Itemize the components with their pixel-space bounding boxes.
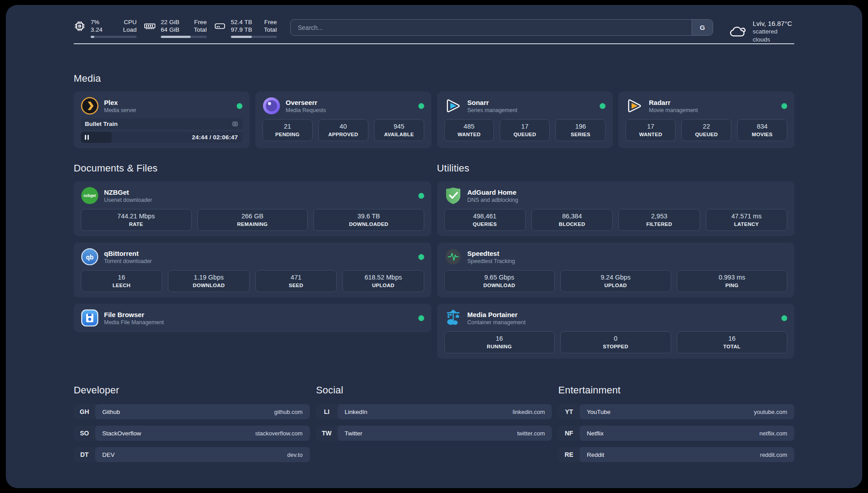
link-abbr: NF	[558, 426, 580, 441]
card-radarr[interactable]: Radarr Movie management 17WANTED 22QUEUE…	[618, 92, 794, 148]
stat-tile: 471SEED	[255, 270, 337, 292]
app-subtitle: Torrent downloader	[104, 258, 152, 265]
speedtest-logo-icon	[444, 248, 462, 266]
memory-label-top: Free	[194, 18, 207, 26]
app-subtitle: Speedtest Tracking	[467, 258, 515, 265]
stat-tile: 16RUNNING	[444, 331, 555, 353]
section-entertainment: Entertainment YT YouTubeyoutube.com NF N…	[558, 384, 794, 462]
link-github[interactable]: GH Githubgithub.com	[74, 404, 310, 419]
link-netflix[interactable]: NF Netflixnetflix.com	[558, 426, 794, 441]
stat-tile: 17QUEUED	[500, 119, 550, 141]
card-media-portainer[interactable]: Media Portainer Container management 16R…	[437, 304, 795, 359]
card-qbittorrent[interactable]: qb qBittorrent Torrent downloader 16LEEC…	[74, 242, 431, 297]
weather-location: Lviv, 16.87°C	[753, 19, 794, 28]
link-url: reddit.com	[760, 451, 787, 458]
cpu-load: 3.24	[91, 26, 103, 33]
link-abbr: GH	[74, 404, 95, 419]
app-name: NZBGet	[104, 188, 152, 196]
qbittorrent-logo-icon: qb	[81, 248, 99, 266]
app-name: File Browser	[104, 310, 164, 319]
plex-logo-icon	[81, 97, 99, 115]
stat-tile: 39.6 TBDOWNLOADED	[313, 209, 424, 231]
link-abbr: SO	[74, 426, 95, 441]
status-online-dot	[418, 254, 424, 260]
app-subtitle: Series management	[467, 107, 517, 114]
stat-tile: 0.993 msPING	[677, 270, 788, 292]
app-name: AdGuard Home	[467, 188, 518, 196]
stat-tile: 196SERIES	[555, 119, 605, 141]
card-speedtest[interactable]: Speedtest Speedtest Tracking 9.65 GbpsDO…	[437, 242, 795, 297]
stat-tile: 40APPROVED	[318, 119, 368, 141]
app-name: Speedtest	[467, 249, 515, 258]
link-dev-to[interactable]: DT DEVdev.to	[74, 447, 310, 462]
storage-progress-fill	[231, 36, 252, 38]
card-sonarr[interactable]: Sonarr Series management 485WANTED 17QUE…	[437, 92, 613, 148]
search-input[interactable]	[291, 20, 692, 35]
card-plex[interactable]: Plex Media server Bullet Train	[74, 92, 250, 148]
section-title-media: Media	[74, 72, 794, 85]
adguard-logo-icon	[444, 187, 462, 205]
link-name: LinkedIn	[345, 409, 367, 415]
radarr-logo-icon	[626, 97, 643, 115]
link-name: YouTube	[587, 409, 610, 415]
card-overseerr[interactable]: Overseerr Media Requests 21PENDING 40APP…	[255, 92, 431, 148]
stat-tile: 266 GBREMAINING	[197, 209, 308, 231]
link-abbr: TW	[316, 426, 338, 441]
app-name: Media Portainer	[467, 310, 526, 319]
app-name: Radarr	[649, 98, 698, 107]
stat-tile: 2,953FILTERED	[618, 209, 700, 231]
section-developer: Developer GH Githubgithub.com SO StackOv…	[74, 384, 310, 462]
cpu-label-bottom: Load	[123, 26, 137, 33]
search-bar: G	[290, 19, 713, 36]
section-social: Social LI LinkedInlinkedin.com TW Twitte…	[316, 384, 552, 462]
cpu-progress-bar	[91, 36, 137, 38]
app-name: Sonarr	[467, 98, 517, 107]
section-title-documents: Documents & Files	[74, 162, 431, 175]
app-subtitle: Media File Management	[104, 319, 164, 326]
link-url: netflix.com	[760, 430, 787, 437]
link-reddit[interactable]: RE Redditreddit.com	[558, 447, 794, 462]
cpu-icon	[74, 20, 86, 32]
plex-playback-time: 24:44 / 02:06:47	[192, 132, 238, 143]
link-youtube[interactable]: YT YouTubeyoutube.com	[558, 404, 794, 419]
plex-media-title: Bullet Train	[85, 121, 118, 127]
stat-tile: 498,461QUERIES	[444, 209, 526, 231]
card-adguard-home[interactable]: AdGuard Home DNS and adblocking 498,461Q…	[437, 181, 795, 236]
storage-stat: 52.4 TBFree 97.9 TBTotal	[214, 18, 277, 38]
storage-free: 52.4 TB	[231, 18, 252, 26]
stat-tile: 744.21 MbpsRATE	[81, 209, 192, 231]
memory-progress-fill	[161, 36, 191, 38]
card-nzbget[interactable]: nzbget NZBGet Usenet downloader 744.21 M…	[74, 181, 431, 236]
link-linkedin[interactable]: LI LinkedInlinkedin.com	[316, 404, 552, 419]
stat-tile: 834MOVIES	[737, 119, 787, 141]
link-twitter[interactable]: TW Twittertwitter.com	[316, 426, 552, 441]
link-name: Reddit	[587, 451, 604, 458]
section-utilities: Utilities AdGuard Home	[437, 162, 795, 359]
memory-progress-bar	[161, 36, 207, 38]
status-online-dot	[237, 103, 242, 109]
card-file-browser[interactable]: File Browser Media File Management	[74, 304, 431, 332]
memory-free: 22 GiB	[161, 18, 179, 26]
pause-icon[interactable]	[85, 135, 89, 140]
storage-progress-bar	[231, 36, 277, 38]
app-subtitle: Media server	[104, 107, 136, 114]
link-abbr: YT	[558, 404, 580, 419]
section-documents: Documents & Files nzbget NZBGet Usenet d…	[74, 162, 431, 359]
stat-tile: 9.24 GbpsUPLOAD	[560, 270, 671, 292]
link-stackoverflow[interactable]: SO StackOverflowstackoverflow.com	[74, 426, 310, 441]
app-name: Plex	[104, 98, 136, 107]
cpu-progress-fill	[91, 36, 94, 38]
cpu-stat: 7%CPU 3.24Load	[74, 18, 137, 38]
cpu-usage: 7%	[91, 18, 100, 26]
video-camera-icon[interactable]	[232, 121, 238, 127]
search-engine-button[interactable]: G	[692, 20, 713, 35]
section-title-developer: Developer	[74, 384, 310, 397]
sonarr-logo-icon	[444, 97, 462, 115]
memory-total: 64 GiB	[161, 26, 179, 33]
link-name: StackOverflow	[102, 430, 141, 437]
link-url: stackoverflow.com	[255, 430, 302, 437]
link-url: youtube.com	[754, 409, 787, 415]
app-subtitle: Usenet downloader	[104, 196, 152, 204]
portainer-logo-icon	[444, 309, 462, 327]
link-url: github.com	[274, 409, 303, 415]
